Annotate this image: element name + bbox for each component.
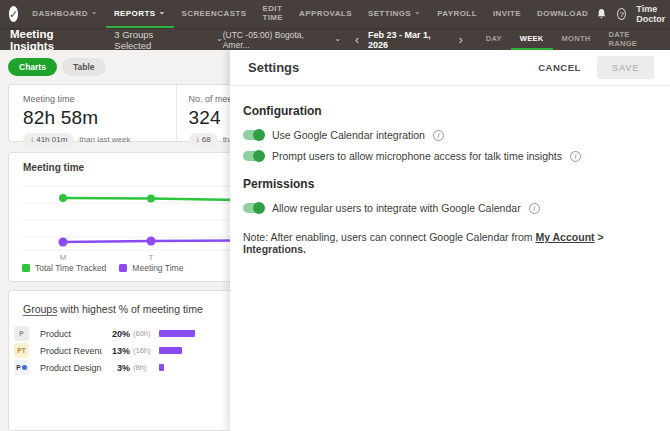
next-week-icon[interactable]: › [459,34,463,46]
x-axis-label: M [57,253,69,262]
nav-label: PAYROLL [437,9,477,18]
save-button[interactable]: SAVE [597,56,654,79]
settings-panel: Settings CANCEL SAVE Configuration Use G… [230,50,670,431]
legend-meeting-time[interactable]: Meeting Time [119,263,183,273]
regular-users-integrate-toggle[interactable] [243,203,264,213]
toggle-label: Prompt users to allow microphone access … [272,150,562,162]
groups-link[interactable]: Groups [23,303,57,316]
charts-tab[interactable]: Charts [8,58,57,76]
nav-reports[interactable]: REPORTS [106,0,174,28]
group-avatar: PT [14,343,29,358]
date-range-label: Feb 23 - Mar 1, 2026 [368,30,450,50]
settings-panel-header: Settings CANCEL SAVE [230,50,670,86]
x-axis-label: T [145,253,157,262]
nav-label: INVITE [493,9,521,18]
nav-edit-time[interactable]: EDIT TIME [254,0,291,28]
group-name: Product Design ... [40,363,102,373]
info-icon[interactable] [529,203,540,214]
chevron-down-icon [216,34,223,45]
nav-screencasts[interactable]: SCREENCASTS [174,0,255,28]
group-hours: (8h) [133,363,159,372]
my-account-link[interactable]: My Account [535,231,594,243]
settings-note: Note: After enabling, users can connect … [243,231,654,255]
note-text: Note: After enabling, users can connect … [243,231,535,243]
groups-card-title: Groups with highest % of meeting time [23,303,203,315]
info-icon[interactable] [570,151,581,162]
toggle-row-regular-users-integrate: Allow regular users to integrate with Go… [243,201,654,215]
group-hours: (16h) [133,346,159,355]
microphone-prompt-toggle[interactable] [243,151,264,161]
nav-invite[interactable]: INVITE [485,0,529,28]
delta-badge: ↓ 41h 01m [23,133,74,146]
nav-label: DOWNLOAD [537,9,588,18]
group-percent: 20% [102,329,130,339]
cancel-button[interactable]: CANCEL [538,62,581,73]
group-bar [159,347,182,354]
nav-label: EDIT TIME [262,4,283,22]
nav-payroll[interactable]: PAYROLL [429,0,485,28]
nav-approvals[interactable]: APPROVALS [291,0,360,28]
metric-value: 82h 58m [23,107,176,129]
timezone-selector[interactable]: (UTC -05:00) Bogota, Amer... [223,29,341,50]
configuration-heading: Configuration [243,104,654,118]
legend-swatch-green [22,264,30,272]
page-subheader: Meeting Insights 3 Groups Selected (UTC … [0,28,670,50]
settings-actions: CANCEL SAVE [538,56,654,79]
groups-selector[interactable]: 3 Groups Selected [98,29,222,50]
toggle-label: Use Google Calendar integration [272,129,425,141]
nav-download[interactable]: DOWNLOAD [529,0,596,28]
note-separator: > [595,231,604,243]
toggle-knob [253,202,265,214]
delta-suffix: than last week [79,135,130,144]
permissions-heading: Permissions [243,177,654,191]
legend-label: Meeting Time [132,263,183,273]
group-hours: (60h) [133,329,159,338]
navbar-right-cluster: ? Time Doctor Jorge P JP [596,0,670,28]
subheader-right: (UTC -05:00) Bogota, Amer... ‹ Feb 23 - … [223,29,670,50]
company-name[interactable]: Time Doctor [636,4,670,24]
group-name: Product [40,329,102,339]
settings-title: Settings [248,60,299,75]
prev-week-icon[interactable]: ‹ [355,34,359,46]
view-month-button[interactable]: MONTH [553,29,600,50]
group-color-dot-icon [22,365,27,370]
top-navbar: ✓ DASHBOARD REPORTS SCREENCASTS EDIT TIM… [0,0,670,28]
app-window: ✓ DASHBOARD REPORTS SCREENCASTS EDIT TIM… [0,0,670,431]
view-switcher: DAY WEEK MONTH DATE RANGE [477,29,670,50]
chevron-down-icon [334,35,341,45]
group-avatar: P [14,326,29,341]
group-name: Product Revenue... [40,346,102,356]
group-percent: 3% [102,363,130,373]
view-week-button[interactable]: WEEK [511,29,553,50]
chart-legend: Total Time Tracked Meeting Time [22,263,183,273]
notifications-bell-icon[interactable] [596,8,607,20]
metric-delta: ↓ 41h 01m than last week [23,133,176,146]
nav-settings[interactable]: SETTINGS [360,0,429,28]
nav-label: APPROVALS [299,9,352,18]
delta-badge: ↓ 68 [189,133,218,146]
view-day-button[interactable]: DAY [477,29,511,50]
info-icon[interactable] [433,130,444,141]
time-doctor-logo-icon[interactable]: ✓ [9,6,18,22]
note-integrations: Integrations. [243,243,306,255]
groups-title-rest: with highest % of meeting time [57,303,202,315]
chevron-down-icon [91,9,98,18]
group-bar [159,330,195,337]
toggle-row-microphone-prompt: Prompt users to allow microphone access … [243,149,654,163]
nav-label: SETTINGS [368,9,411,18]
view-date-range-button[interactable]: DATE RANGE [600,29,664,50]
group-bar [159,364,164,371]
toggle-row-google-calendar: Use Google Calendar integration [243,128,654,142]
toggle-knob [253,129,265,141]
charts-table-toggle: Charts Table [8,58,106,76]
date-navigator: ‹ Feb 23 - Mar 1, 2026 › [355,29,463,50]
legend-label: Total Time Tracked [35,263,106,273]
group-avatar: P [14,360,29,375]
nav-label: REPORTS [114,9,155,18]
metric-meeting-time: Meeting time 82h 58m ↓ 41h 01m than last… [9,85,176,141]
legend-total-time-tracked[interactable]: Total Time Tracked [22,263,106,273]
nav-dashboard[interactable]: DASHBOARD [24,0,106,28]
google-calendar-toggle[interactable] [243,130,264,140]
help-icon[interactable]: ? [617,8,626,20]
table-tab[interactable]: Table [62,58,106,76]
